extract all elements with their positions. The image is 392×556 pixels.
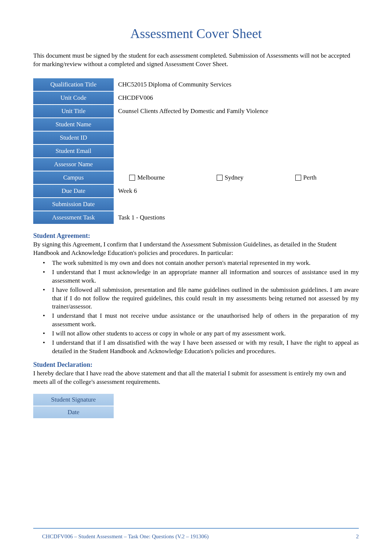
value-student-email[interactable]: [114, 145, 359, 157]
value-qualification-title: CHC52015 Diploma of Community Services: [114, 78, 359, 91]
student-declaration-heading: Student Declaration:: [33, 361, 359, 369]
row-unit-code: Unit Code CHCDFV006: [33, 92, 359, 104]
campus-label: Melbourne: [137, 174, 165, 181]
page-title: Assessment Cover Sheet: [33, 26, 359, 41]
label-student-signature: Student Signature: [33, 394, 114, 406]
footer-divider: [33, 528, 359, 529]
checkbox-icon: [295, 175, 301, 181]
row-signature-date: Date: [33, 406, 359, 418]
page-number: 2: [356, 533, 359, 540]
page-footer: CHCDFV006 – Student Assessment – Task On…: [33, 533, 359, 540]
label-submission-date: Submission Date: [33, 198, 114, 211]
signature-table: Student Signature Date: [33, 393, 359, 419]
campus-option-sydney[interactable]: Sydney: [217, 174, 244, 181]
campus-label: Perth: [303, 174, 317, 181]
value-submission-date[interactable]: [114, 198, 359, 211]
label-assessor-name: Assessor Name: [33, 158, 114, 171]
label-student-id: Student ID: [33, 132, 114, 144]
value-assessment-task: Task 1 - Questions: [114, 211, 359, 224]
value-unit-title: Counsel Clients Affected by Domestic and…: [114, 105, 359, 117]
label-campus: Campus: [33, 171, 114, 184]
cover-info-table: Qualification Title CHC52015 Diploma of …: [33, 78, 359, 225]
footer-text: CHCDFV006 – Student Assessment – Task On…: [33, 533, 209, 540]
agreement-item: I will not allow other students to acces…: [43, 330, 359, 338]
label-qualification-title: Qualification Title: [33, 78, 114, 91]
value-unit-code: CHCDFV006: [114, 92, 359, 104]
campus-option-perth[interactable]: Perth: [295, 174, 317, 181]
intro-text: This document must be signed by the stud…: [33, 52, 359, 69]
value-assessor-name[interactable]: [114, 158, 359, 171]
row-student-signature: Student Signature: [33, 394, 359, 406]
label-student-email: Student Email: [33, 145, 114, 157]
row-student-name: Student Name: [33, 118, 359, 131]
campus-label: Sydney: [225, 174, 244, 181]
row-student-id: Student ID: [33, 132, 359, 144]
agreement-intro: By signing this Agreement, I confirm tha…: [33, 241, 359, 257]
row-campus: Campus Melbourne Sydney Perth: [33, 171, 359, 184]
row-assessment-task: Assessment Task Task 1 - Questions: [33, 211, 359, 224]
agreement-item: The work submitted is my own and does no…: [43, 259, 359, 267]
row-qualification-title: Qualification Title CHC52015 Diploma of …: [33, 78, 359, 91]
row-due-date: Due Date Week 6: [33, 185, 359, 197]
row-student-email: Student Email: [33, 145, 359, 157]
row-submission-date: Submission Date: [33, 198, 359, 211]
agreement-item: I have followed all submission, presenta…: [43, 286, 359, 311]
label-unit-title: Unit Title: [33, 105, 114, 117]
row-assessor-name: Assessor Name: [33, 158, 359, 171]
agreement-item: I understand that I must acknowledge in …: [43, 268, 359, 285]
campus-option-melbourne[interactable]: Melbourne: [129, 174, 165, 181]
label-signature-date: Date: [33, 406, 114, 418]
checkbox-icon: [217, 175, 223, 181]
agreement-list: The work submitted is my own and does no…: [33, 259, 359, 356]
label-student-name: Student Name: [33, 118, 114, 131]
value-student-name[interactable]: [114, 118, 359, 131]
label-due-date: Due Date: [33, 185, 114, 197]
value-signature-date[interactable]: [114, 406, 359, 418]
value-student-signature[interactable]: [114, 394, 359, 406]
student-agreement-heading: Student Agreement:: [33, 232, 359, 240]
label-assessment-task: Assessment Task: [33, 211, 114, 224]
row-unit-title: Unit Title Counsel Clients Affected by D…: [33, 105, 359, 117]
checkbox-icon: [129, 175, 135, 181]
label-unit-code: Unit Code: [33, 92, 114, 104]
declaration-text: I hereby declare that I have read the ab…: [33, 369, 359, 386]
value-campus: Melbourne Sydney Perth: [114, 171, 359, 184]
value-due-date: Week 6: [114, 185, 359, 197]
agreement-item: I understand that if I am dissatisfied w…: [43, 339, 359, 356]
value-student-id[interactable]: [114, 132, 359, 144]
agreement-item: I understand that I must not receive und…: [43, 312, 359, 329]
